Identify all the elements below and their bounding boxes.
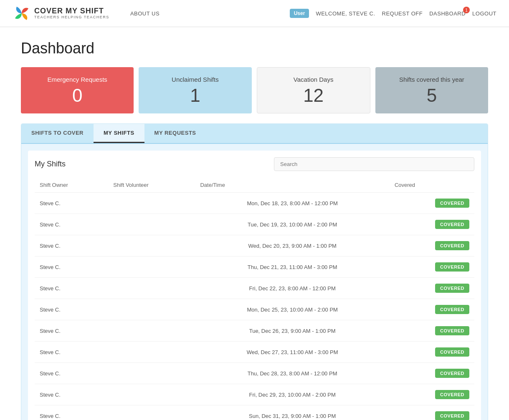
cell-volunteer — [108, 405, 195, 420]
stat-value-unclaimed: 1 — [190, 86, 200, 105]
stat-label-unclaimed: Unclaimed Shifts — [172, 76, 219, 83]
cell-covered: COVERED — [390, 299, 474, 320]
cell-owner: Steve C. — [35, 384, 108, 405]
covered-badge: COVERED — [435, 326, 469, 335]
dashboard-nav-item[interactable]: DASHBOARD 1 — [429, 10, 466, 17]
covered-badge: COVERED — [435, 347, 469, 357]
cell-covered: COVERED — [390, 384, 474, 405]
search-input[interactable] — [274, 157, 474, 171]
cell-datetime: Mon, Dec 18, 23, 8:00 AM - 12:00 PM — [195, 193, 389, 214]
table-row: Steve C. Tue, Dec 26, 23, 9:00 AM - 1:00… — [35, 320, 474, 342]
table-row: Steve C. Thu, Dec 28, 23, 8:00 AM - 12:0… — [35, 363, 474, 384]
tab-my-shifts[interactable]: MY SHIFTS — [94, 124, 144, 143]
cell-volunteer — [108, 193, 195, 214]
cell-owner: Steve C. — [35, 257, 108, 278]
logo[interactable]: COVER MY SHIFT TEACHERS HELPING TEACHERS — [13, 4, 109, 23]
cell-volunteer — [108, 299, 195, 320]
table-row: Steve C. Tue, Dec 19, 23, 10:00 AM - 2:0… — [35, 214, 474, 235]
stats-row: Emergency Requests 0 Unclaimed Shifts 1 … — [21, 67, 488, 113]
cell-covered: COVERED — [390, 320, 474, 342]
col-owner: Shift Owner — [35, 178, 108, 193]
stat-label-vacation: Vacation Days — [294, 76, 334, 83]
cell-owner: Steve C. — [35, 363, 108, 384]
cell-volunteer — [108, 320, 195, 342]
cell-owner: Steve C. — [35, 193, 108, 214]
logo-main-text: COVER MY SHIFT — [34, 7, 109, 15]
cell-datetime: Fri, Dec 22, 23, 8:00 AM - 12:00 PM — [195, 278, 389, 299]
table-row: Steve C. Wed, Dec 20, 23, 9:00 AM - 1:00… — [35, 235, 474, 257]
tab-my-requests[interactable]: MY REQUESTS — [144, 124, 206, 143]
stat-card-unclaimed: Unclaimed Shifts 1 — [139, 67, 251, 113]
user-area: User WELCOME, STEVE C. REQUEST OFF DASHB… — [290, 9, 496, 18]
cell-owner: Steve C. — [35, 320, 108, 342]
table-row: Steve C. Fri, Dec 22, 23, 8:00 AM - 12:0… — [35, 278, 474, 299]
cell-datetime: Sun, Dec 31, 23, 9:00 AM - 1:00 PM — [195, 405, 389, 420]
logo-icon — [13, 4, 31, 23]
cell-owner: Steve C. — [35, 342, 108, 363]
tab-shifts-to-cover[interactable]: SHIFTS TO COVER — [21, 124, 94, 143]
cell-covered: COVERED — [390, 193, 474, 214]
about-us-link[interactable]: ABOUT US — [130, 10, 160, 17]
table-title: My Shifts — [35, 160, 66, 169]
cell-owner: Steve C. — [35, 278, 108, 299]
cell-volunteer — [108, 235, 195, 257]
covered-badge: COVERED — [435, 411, 469, 420]
cell-volunteer — [108, 342, 195, 363]
page-title: Dashboard — [21, 40, 488, 57]
cell-volunteer — [108, 257, 195, 278]
table-header-row: My Shifts — [35, 157, 474, 171]
table-row: Steve C. Wed, Dec 27, 23, 11:00 AM - 3:0… — [35, 342, 474, 363]
cell-owner: Steve C. — [35, 405, 108, 420]
user-badge: User — [290, 9, 309, 18]
covered-badge: COVERED — [435, 369, 469, 378]
stat-label-emergency: Emergency Requests — [47, 76, 107, 83]
covered-badge: COVERED — [435, 305, 469, 314]
stat-card-vacation: Vacation Days 12 — [257, 67, 370, 113]
cell-owner: Steve C. — [35, 235, 108, 257]
cell-covered: COVERED — [390, 342, 474, 363]
stat-value-covered: 5 — [427, 86, 437, 105]
cell-datetime: Tue, Dec 19, 23, 10:00 AM - 2:00 PM — [195, 214, 389, 235]
cell-datetime: Thu, Dec 28, 23, 8:00 AM - 12:00 PM — [195, 363, 389, 384]
logo-sub-text: TEACHERS HELPING TEACHERS — [34, 15, 109, 20]
cell-covered: COVERED — [390, 214, 474, 235]
stat-value-emergency: 0 — [72, 86, 82, 105]
covered-badge: COVERED — [435, 220, 469, 229]
tabs-header: SHIFTS TO COVER MY SHIFTS MY REQUESTS — [21, 124, 488, 144]
cell-covered: COVERED — [390, 363, 474, 384]
shifts-table: Shift Owner Shift Volunteer Date/Time Co… — [35, 178, 474, 420]
col-covered: Covered — [390, 178, 474, 193]
cell-datetime: Wed, Dec 20, 23, 9:00 AM - 1:00 PM — [195, 235, 389, 257]
table-row: Steve C. Thu, Dec 21, 23, 11:00 AM - 3:0… — [35, 257, 474, 278]
table-row: Steve C. Sun, Dec 31, 23, 9:00 AM - 1:00… — [35, 405, 474, 420]
cell-datetime: Thu, Dec 21, 23, 11:00 AM - 3:00 PM — [195, 257, 389, 278]
covered-badge: COVERED — [435, 284, 469, 293]
navbar: COVER MY SHIFT TEACHERS HELPING TEACHERS… — [0, 0, 509, 27]
welcome-text: WELCOME, STEVE C. — [316, 10, 375, 17]
table-head: Shift Owner Shift Volunteer Date/Time Co… — [35, 178, 474, 193]
covered-badge: COVERED — [435, 199, 469, 208]
request-off-link[interactable]: REQUEST OFF — [382, 10, 423, 17]
covered-badge: COVERED — [435, 390, 469, 399]
cell-covered: COVERED — [390, 257, 474, 278]
dashboard-link[interactable]: DASHBOARD — [429, 10, 466, 17]
cell-volunteer — [108, 363, 195, 384]
table-header-row-cols: Shift Owner Shift Volunteer Date/Time Co… — [35, 178, 474, 193]
table-row: Steve C. Fri, Dec 29, 23, 10:00 AM - 2:0… — [35, 384, 474, 405]
col-datetime: Date/Time — [195, 178, 389, 193]
cell-datetime: Fri, Dec 29, 23, 10:00 AM - 2:00 PM — [195, 384, 389, 405]
cell-volunteer — [108, 214, 195, 235]
stat-card-covered: Shifts covered this year 5 — [375, 67, 488, 113]
cell-datetime: Mon, Dec 25, 23, 10:00 AM - 2:00 PM — [195, 299, 389, 320]
cell-covered: COVERED — [390, 405, 474, 420]
tabs-container: SHIFTS TO COVER MY SHIFTS MY REQUESTS My… — [21, 123, 488, 420]
table-area: My Shifts Shift Owner Shift Volunteer Da… — [28, 151, 481, 420]
cell-owner: Steve C. — [35, 214, 108, 235]
dashboard-badge: 1 — [463, 7, 470, 13]
cell-datetime: Wed, Dec 27, 23, 11:00 AM - 3:00 PM — [195, 342, 389, 363]
logo-text: COVER MY SHIFT TEACHERS HELPING TEACHERS — [34, 7, 109, 20]
logout-link[interactable]: LOGOUT — [472, 10, 496, 17]
cell-owner: Steve C. — [35, 299, 108, 320]
stat-label-covered: Shifts covered this year — [399, 76, 464, 83]
cell-datetime: Tue, Dec 26, 23, 9:00 AM - 1:00 PM — [195, 320, 389, 342]
